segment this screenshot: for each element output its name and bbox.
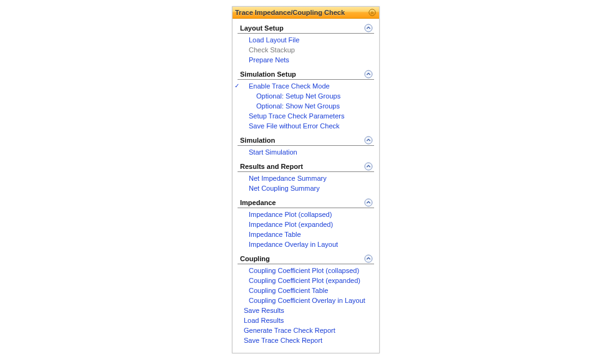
item-cc-overlay-layout[interactable]: Coupling Coefficient Overlay in Layout [238,295,374,305]
chevron-up-icon[interactable] [364,254,373,263]
item-label: Start Simulation [240,147,297,157]
section-impedance: Impedance Impedance Plot (collapsed) Imp… [238,197,374,252]
chevron-up-icon[interactable] [364,136,373,145]
item-net-impedance-summary[interactable]: Net Impedance Summary [238,173,374,183]
item-label: Net Impedance Summary [240,173,327,183]
section-items: Net Impedance Summary Net Coupling Summa… [238,172,374,196]
item-label: Coupling Coefficient Table [240,285,328,295]
trace-impedance-panel: Trace Impedance/Coupling Check Layout Se… [232,6,380,353]
item-show-net-groups[interactable]: Optional: Show Net Groups [238,101,374,111]
section-items: Start Simulation [238,146,374,160]
item-label: Impedance Plot (expanded) [240,219,333,229]
section-header-coupling[interactable]: Coupling [238,253,374,264]
item-label: Load Results [240,315,284,325]
item-save-file-without-error-check[interactable]: Save File without Error Check [238,121,374,131]
item-save-trace-check-report[interactable]: Save Trace Check Report [238,335,374,345]
section-items: ✓ Enable Trace Check Mode Optional: Setu… [238,80,374,133]
item-label: Optional: Setup Net Groups [240,91,340,101]
item-impedance-plot-collapsed[interactable]: Impedance Plot (collapsed) [238,209,374,219]
svg-point-2 [365,70,372,78]
item-net-coupling-summary[interactable]: Net Coupling Summary [238,183,374,193]
item-load-results[interactable]: Load Results [238,315,374,325]
item-label: Coupling Coefficient Plot (expanded) [240,275,360,285]
item-label: Generate Trace Check Report [240,325,335,335]
item-label: Save Results [240,305,284,315]
item-label: Coupling Coefficient Plot (collapsed) [240,266,359,275]
section-coupling: Coupling Coupling Coefficient Plot (coll… [238,253,374,348]
item-label: Impedance Plot (collapsed) [240,209,332,219]
panel-title: Trace Impedance/Coupling Check [235,9,345,16]
section-header-impedance[interactable]: Impedance [238,197,374,208]
section-title: Layout Setup [240,24,284,32]
section-simulation-setup: Simulation Setup ✓ Enable Trace Check Mo… [238,69,374,133]
section-title: Coupling [240,255,270,262]
item-cc-plot-collapsed[interactable]: Coupling Coefficient Plot (collapsed) [238,266,374,275]
section-items: Impedance Plot (collapsed) Impedance Plo… [238,208,374,252]
panel-header: Trace Impedance/Coupling Check [233,7,379,19]
item-cc-plot-expanded[interactable]: Coupling Coefficient Plot (expanded) [238,275,374,285]
section-header-simulation-setup[interactable]: Simulation Setup [238,69,374,80]
item-label: Prepare Nets [240,55,289,65]
item-enable-trace-check-mode[interactable]: ✓ Enable Trace Check Mode [238,81,374,91]
section-header-layout-setup[interactable]: Layout Setup [238,22,374,34]
svg-point-4 [365,163,372,170]
chevron-up-icon[interactable] [364,24,373,32]
item-label: Load Layout File [240,35,299,45]
item-save-results[interactable]: Save Results [238,305,374,315]
item-setup-trace-check-params[interactable]: Setup Trace Check Parameters [238,111,374,121]
section-results-report: Results and Report Net Impedance Summary… [238,161,374,196]
item-label: Optional: Show Net Groups [240,101,340,111]
item-prepare-nets[interactable]: Prepare Nets [238,55,374,65]
item-impedance-plot-expanded[interactable]: Impedance Plot (expanded) [238,219,374,229]
svg-point-5 [365,199,372,206]
item-label: Setup Trace Check Parameters [240,111,344,121]
section-header-simulation[interactable]: Simulation [238,135,374,146]
svg-point-3 [365,136,372,144]
item-label: Enable Trace Check Mode [240,81,330,91]
section-simulation: Simulation Start Simulation [238,135,374,160]
chevron-up-icon[interactable] [364,162,373,171]
item-label: Check Stackup [240,45,295,55]
section-layout-setup: Layout Setup Load Layout File Check Stac… [238,22,374,67]
item-setup-net-groups[interactable]: Optional: Setup Net Groups [238,91,374,101]
item-generate-trace-check-report[interactable]: Generate Trace Check Report [238,325,374,335]
item-start-simulation[interactable]: Start Simulation [238,147,374,157]
section-items: Coupling Coefficient Plot (collapsed) Co… [238,264,374,348]
item-impedance-table[interactable]: Impedance Table [238,229,374,239]
check-icon: ✓ [234,81,240,91]
svg-point-1 [365,24,372,32]
svg-point-6 [365,255,372,262]
item-cc-table[interactable]: Coupling Coefficient Table [238,285,374,295]
item-label: Net Coupling Summary [240,183,320,193]
chevron-up-icon[interactable] [364,70,373,79]
item-impedance-overlay-layout[interactable]: Impedance Overlay in Layout [238,239,374,249]
item-label: Impedance Overlay in Layout [240,239,338,249]
item-label: Save File without Error Check [240,121,340,131]
section-title: Simulation [240,136,275,144]
section-title: Results and Report [240,163,303,170]
item-check-stackup: Check Stackup [238,45,374,55]
section-title: Simulation Setup [240,70,296,78]
item-label: Impedance Table [240,229,301,239]
item-label: Coupling Coefficient Overlay in Layout [240,295,365,305]
item-label: Save Trace Check Report [240,335,322,345]
panel-body: Layout Setup Load Layout File Check Stac… [233,19,379,353]
section-items: Load Layout File Check Stackup Prepare N… [238,34,374,67]
section-header-results-report[interactable]: Results and Report [238,161,374,172]
panel-collapse-icon[interactable] [368,8,377,17]
section-title: Impedance [240,199,276,206]
chevron-up-icon[interactable] [364,198,373,207]
item-load-layout-file[interactable]: Load Layout File [238,35,374,45]
